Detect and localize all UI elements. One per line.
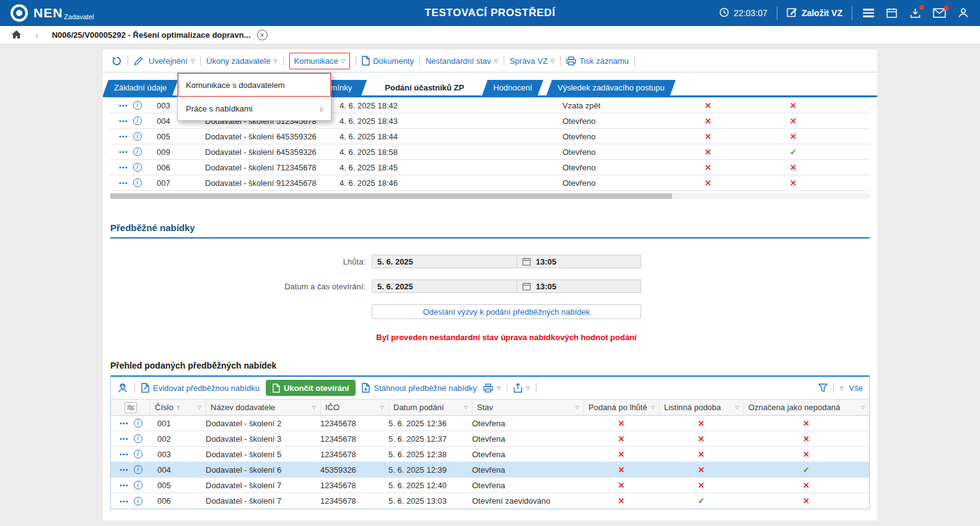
- cell-ico: 45359326: [281, 147, 339, 157]
- column-header-listinna-podoba[interactable]: Listinná podoba▽: [659, 400, 743, 415]
- row-menu-icon[interactable]: •••: [119, 102, 128, 109]
- filter-icon[interactable]: [818, 384, 828, 392]
- column-filter-icon[interactable]: ▽: [198, 405, 201, 410]
- cell-number: 003: [150, 450, 206, 459]
- chevron-down-icon[interactable]: ▽: [839, 385, 843, 391]
- register-offer-button[interactable]: Evidovat předběžnou nabídku: [141, 383, 260, 393]
- table-row[interactable]: •••i006Dodavatel - školení 7123456785. 6…: [111, 493, 869, 509]
- breadcrumb-item[interactable]: N006/25/V00005292 - Řešení optimalizace …: [52, 30, 251, 40]
- column-filter-icon[interactable]: ▽: [735, 405, 739, 410]
- column-header-ico[interactable]: IČO▽: [320, 400, 388, 415]
- print-record-button[interactable]: Tisk záznamu: [566, 56, 629, 66]
- menu-uverejneni[interactable]: Uveřejnění▽: [149, 56, 195, 66]
- table-row[interactable]: •••i005Dodavatel - školení 7123456785. 6…: [111, 478, 869, 493]
- table-row[interactable]: •••i003Dodavatel - školení 5123456785. 6…: [111, 447, 869, 462]
- row-info-icon[interactable]: i: [133, 163, 142, 172]
- menu-nestandardni-stav[interactable]: Nestandardní stav▽: [426, 56, 498, 66]
- column-header-oznacena-jako-nepodana[interactable]: Označena jako nepodaná▽: [743, 400, 869, 415]
- column-header-podana-po-lhute[interactable]: Podaná po lhůtě▽: [584, 400, 659, 415]
- column-header-cislo[interactable]: Číslo↑▽: [150, 400, 206, 415]
- row-menu-icon[interactable]: •••: [119, 117, 128, 125]
- table-row[interactable]: •••i002Dodavatel - školení 3123456785. 6…: [111, 431, 869, 447]
- user-headset-icon[interactable]: [117, 383, 128, 393]
- column-filter-icon[interactable]: ▽: [464, 405, 468, 410]
- row-menu-icon[interactable]: •••: [120, 450, 129, 458]
- send-invitation-button[interactable]: Odeslání výzvy k podání předběžných nabí…: [372, 304, 641, 319]
- edit-pencil-icon[interactable]: [134, 56, 143, 66]
- menu-item-komunikace-s-dodavatelem[interactable]: Komunikace s dodavatelem: [178, 73, 331, 97]
- finish-opening-button[interactable]: Ukončit otevírání: [266, 380, 356, 396]
- calendar-icon: [522, 257, 531, 266]
- menu-ukony-zadavatele[interactable]: Úkony zadavatele▽: [206, 56, 278, 66]
- table-row[interactable]: •••i001Dodavatel - školení 2123456785. 6…: [111, 416, 869, 431]
- tab-podani-ucastniku-zp[interactable]: Podání účastníků ZP: [370, 80, 479, 95]
- row-info-icon[interactable]: i: [134, 465, 142, 474]
- deadline-time-value[interactable]: 13:05: [536, 257, 556, 266]
- row-info-icon[interactable]: i: [133, 116, 142, 125]
- table-row[interactable]: •••i004Dodavatel - školení 6453593265. 6…: [111, 462, 869, 478]
- row-info-icon[interactable]: i: [133, 132, 142, 141]
- menu-sprava-vz[interactable]: Správa VZ▽: [510, 56, 555, 66]
- row-menu-icon[interactable]: •••: [119, 148, 128, 156]
- row-menu-icon[interactable]: •••: [120, 466, 129, 473]
- table-row[interactable]: •••i009Dodavatel - školení 6453593264. 6…: [110, 144, 870, 160]
- download-offers-button[interactable]: Stáhnout předběžné nabídky: [362, 383, 476, 393]
- create-vz-button[interactable]: Založit VZ: [787, 7, 842, 19]
- table-row[interactable]: •••i005Dodavatel - školení 6453593264. 6…: [110, 129, 870, 144]
- row-menu-icon[interactable]: •••: [119, 133, 128, 140]
- server-clock: 22:03:07: [719, 7, 768, 19]
- column-filter-icon[interactable]: ▽: [861, 405, 865, 410]
- row-menu-icon[interactable]: •••: [119, 179, 128, 186]
- column-filter-icon[interactable]: ▽: [380, 405, 384, 410]
- row-menu-icon[interactable]: •••: [120, 419, 129, 427]
- menu-dokumenty[interactable]: Dokumenty: [362, 56, 414, 66]
- deadline-datetime-field[interactable]: 5. 6. 2025 13:05: [372, 255, 641, 268]
- row-menu-icon[interactable]: •••: [120, 498, 129, 505]
- row-info-icon[interactable]: i: [134, 497, 142, 506]
- column-filter-icon[interactable]: ▽: [651, 405, 655, 410]
- refresh-icon[interactable]: [112, 56, 122, 66]
- export-button[interactable]: ▽: [514, 383, 530, 393]
- calendar-icon[interactable]: [885, 6, 899, 20]
- table-row[interactable]: •••i007Dodavatel - školení 9123456784. 6…: [110, 175, 870, 191]
- print-button[interactable]: ▽: [483, 384, 501, 393]
- messages-icon[interactable]: [932, 7, 947, 19]
- separator: [507, 383, 507, 393]
- tab-zakladni-udaje[interactable]: Základní údaje: [103, 80, 178, 95]
- filter-all-link[interactable]: Vše: [849, 384, 863, 393]
- opening-time-value[interactable]: 13:05: [536, 282, 556, 291]
- row-info-icon[interactable]: i: [134, 450, 142, 458]
- scrollbar-thumb[interactable]: [110, 193, 672, 199]
- row-info-icon[interactable]: i: [134, 434, 142, 443]
- column-header-nazev-dodavatele[interactable]: Název dodavatele▽: [206, 400, 320, 415]
- close-tab-icon[interactable]: ✕: [257, 30, 268, 40]
- user-profile-icon[interactable]: [956, 6, 970, 20]
- tab-vysledek-zadavaciho-postupu[interactable]: Výsledek zadávacího postupu: [546, 80, 676, 95]
- column-settings-icon[interactable]: [125, 402, 137, 413]
- menu-item-prace-s-nabidkami[interactable]: Práce s nabídkami ›: [178, 97, 331, 120]
- cell-date: 5. 6. 2025 12:36: [388, 419, 472, 428]
- home-icon[interactable]: [11, 30, 22, 41]
- row-info-icon[interactable]: i: [134, 419, 142, 427]
- opening-datetime-field[interactable]: 5. 6. 2025 13:05: [372, 279, 641, 293]
- column-header-datum-podani[interactable]: Datum podání▽: [388, 400, 472, 415]
- opening-date-value[interactable]: 5. 6. 2025: [372, 282, 517, 291]
- row-menu-icon[interactable]: •••: [119, 164, 128, 171]
- column-header-stav[interactable]: Stav▽: [472, 400, 584, 415]
- row-info-icon[interactable]: i: [133, 178, 142, 187]
- row-menu-icon[interactable]: •••: [120, 481, 129, 489]
- downloads-icon[interactable]: [908, 6, 922, 20]
- tab-hodnoceni[interactable]: Hodnocení: [482, 80, 543, 95]
- menu-komunikace[interactable]: Komunikace▽: [289, 53, 351, 69]
- menu-icon[interactable]: [862, 7, 875, 19]
- row-info-icon[interactable]: i: [134, 481, 142, 489]
- row-menu-icon[interactable]: •••: [120, 435, 129, 442]
- row-info-icon[interactable]: i: [133, 147, 142, 156]
- nen-logo-icon[interactable]: [10, 4, 28, 22]
- table-row[interactable]: •••i006Dodavatel - školení 7123456784. 6…: [110, 160, 870, 175]
- column-filter-icon[interactable]: ▽: [575, 405, 579, 410]
- column-filter-icon[interactable]: ▽: [312, 405, 316, 410]
- deadline-date-value[interactable]: 5. 6. 2025: [372, 257, 517, 266]
- row-info-icon[interactable]: i: [133, 101, 142, 110]
- horizontal-scrollbar[interactable]: [110, 193, 870, 199]
